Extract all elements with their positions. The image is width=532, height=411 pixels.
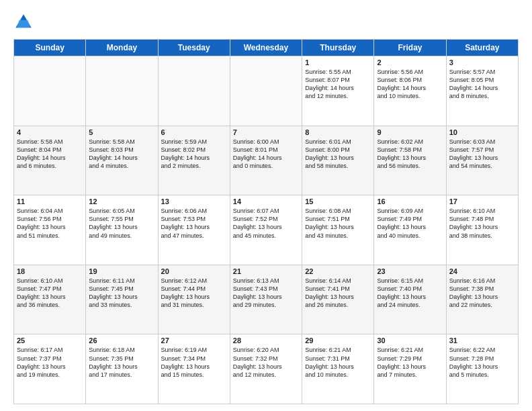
calendar-cell — [86, 56, 158, 126]
day-header-friday: Friday — [374, 40, 446, 56]
calendar-cell: 3Sunrise: 5:57 AM Sunset: 8:05 PM Daylig… — [446, 56, 518, 126]
day-number: 9 — [377, 128, 443, 136]
day-number: 5 — [89, 128, 154, 136]
day-content: Sunrise: 6:14 AM Sunset: 7:41 PM Dayligh… — [305, 277, 371, 310]
calendar-cell: 13Sunrise: 6:06 AM Sunset: 7:53 PM Dayli… — [158, 195, 230, 265]
day-content: Sunrise: 6:00 AM Sunset: 8:01 PM Dayligh… — [233, 138, 299, 171]
calendar-cell: 22Sunrise: 6:14 AM Sunset: 7:41 PM Dayli… — [302, 265, 374, 334]
day-content: Sunrise: 6:17 AM Sunset: 7:37 PM Dayligh… — [17, 346, 83, 379]
calendar-table: SundayMondayTuesdayWednesdayThursdayFrid… — [13, 39, 519, 404]
calendar-week-4: 18Sunrise: 6:10 AM Sunset: 7:47 PM Dayli… — [14, 265, 519, 334]
day-number: 10 — [449, 128, 515, 136]
day-number: 4 — [17, 128, 83, 136]
day-content: Sunrise: 6:10 AM Sunset: 7:47 PM Dayligh… — [17, 277, 83, 310]
day-content: Sunrise: 5:58 AM Sunset: 8:03 PM Dayligh… — [89, 138, 154, 171]
calendar-cell: 1Sunrise: 5:55 AM Sunset: 8:07 PM Daylig… — [302, 56, 374, 126]
day-content: Sunrise: 6:10 AM Sunset: 7:48 PM Dayligh… — [449, 207, 515, 240]
day-header-saturday: Saturday — [446, 40, 518, 56]
day-content: Sunrise: 6:05 AM Sunset: 7:55 PM Dayligh… — [89, 207, 154, 240]
page: SundayMondayTuesdayWednesdayThursdayFrid… — [0, 0, 532, 411]
day-number: 1 — [305, 58, 371, 66]
day-content: Sunrise: 5:59 AM Sunset: 8:02 PM Dayligh… — [161, 138, 227, 171]
day-number: 23 — [377, 267, 443, 275]
day-content: Sunrise: 6:03 AM Sunset: 7:57 PM Dayligh… — [449, 138, 515, 171]
calendar-cell: 25Sunrise: 6:17 AM Sunset: 7:37 PM Dayli… — [14, 334, 86, 404]
day-header-tuesday: Tuesday — [158, 40, 230, 56]
calendar-cell: 4Sunrise: 5:58 AM Sunset: 8:04 PM Daylig… — [14, 126, 86, 195]
day-content: Sunrise: 5:57 AM Sunset: 8:05 PM Dayligh… — [449, 68, 515, 101]
day-number: 15 — [305, 197, 371, 205]
day-content: Sunrise: 6:06 AM Sunset: 7:53 PM Dayligh… — [161, 207, 227, 240]
day-number: 2 — [377, 58, 443, 66]
day-number: 30 — [377, 336, 443, 345]
day-header-sunday: Sunday — [14, 40, 86, 56]
day-content: Sunrise: 6:07 AM Sunset: 7:52 PM Dayligh… — [233, 207, 299, 240]
day-header-monday: Monday — [86, 40, 158, 56]
day-content: Sunrise: 6:09 AM Sunset: 7:49 PM Dayligh… — [377, 207, 443, 240]
calendar-cell: 9Sunrise: 6:02 AM Sunset: 7:58 PM Daylig… — [374, 126, 446, 195]
calendar-cell: 15Sunrise: 6:08 AM Sunset: 7:51 PM Dayli… — [302, 195, 374, 265]
calendar-cell: 10Sunrise: 6:03 AM Sunset: 7:57 PM Dayli… — [446, 126, 518, 195]
calendar-cell: 18Sunrise: 6:10 AM Sunset: 7:47 PM Dayli… — [14, 265, 86, 334]
day-content: Sunrise: 6:01 AM Sunset: 8:00 PM Dayligh… — [305, 138, 371, 171]
day-number: 21 — [233, 267, 299, 275]
day-content: Sunrise: 6:18 AM Sunset: 7:35 PM Dayligh… — [89, 346, 154, 379]
calendar-cell: 17Sunrise: 6:10 AM Sunset: 7:48 PM Dayli… — [446, 195, 518, 265]
day-content: Sunrise: 6:11 AM Sunset: 7:45 PM Dayligh… — [89, 277, 154, 310]
day-number: 24 — [449, 267, 515, 275]
calendar-week-3: 11Sunrise: 6:04 AM Sunset: 7:56 PM Dayli… — [14, 195, 519, 265]
day-content: Sunrise: 5:58 AM Sunset: 8:04 PM Dayligh… — [17, 138, 83, 171]
calendar-cell: 30Sunrise: 6:21 AM Sunset: 7:29 PM Dayli… — [374, 334, 446, 404]
day-number: 13 — [161, 197, 227, 205]
calendar-header-row: SundayMondayTuesdayWednesdayThursdayFrid… — [14, 40, 519, 56]
calendar-week-2: 4Sunrise: 5:58 AM Sunset: 8:04 PM Daylig… — [14, 126, 519, 195]
day-number: 26 — [89, 336, 154, 345]
day-content: Sunrise: 6:21 AM Sunset: 7:31 PM Dayligh… — [305, 346, 371, 379]
day-number: 8 — [305, 128, 371, 136]
day-number: 3 — [449, 58, 515, 66]
calendar-cell: 24Sunrise: 6:16 AM Sunset: 7:38 PM Dayli… — [446, 265, 518, 334]
day-number: 17 — [449, 197, 515, 205]
calendar-cell — [158, 56, 230, 126]
calendar-cell: 14Sunrise: 6:07 AM Sunset: 7:52 PM Dayli… — [230, 195, 302, 265]
calendar-cell: 20Sunrise: 6:12 AM Sunset: 7:44 PM Dayli… — [158, 265, 230, 334]
calendar-cell: 29Sunrise: 6:21 AM Sunset: 7:31 PM Dayli… — [302, 334, 374, 404]
day-header-wednesday: Wednesday — [230, 40, 302, 56]
day-number: 27 — [161, 336, 227, 345]
logo — [13, 12, 36, 32]
day-number: 25 — [17, 336, 83, 345]
day-content: Sunrise: 6:20 AM Sunset: 7:32 PM Dayligh… — [233, 346, 299, 379]
calendar-cell: 6Sunrise: 5:59 AM Sunset: 8:02 PM Daylig… — [158, 126, 230, 195]
day-content: Sunrise: 6:21 AM Sunset: 7:29 PM Dayligh… — [377, 346, 443, 379]
day-number: 11 — [17, 197, 83, 205]
day-content: Sunrise: 6:19 AM Sunset: 7:34 PM Dayligh… — [161, 346, 227, 379]
day-number: 28 — [233, 336, 299, 345]
day-number: 22 — [305, 267, 371, 275]
calendar-cell: 21Sunrise: 6:13 AM Sunset: 7:43 PM Dayli… — [230, 265, 302, 334]
calendar-cell — [230, 56, 302, 126]
day-content: Sunrise: 5:55 AM Sunset: 8:07 PM Dayligh… — [305, 68, 371, 101]
day-content: Sunrise: 6:08 AM Sunset: 7:51 PM Dayligh… — [305, 207, 371, 240]
day-number: 20 — [161, 267, 227, 275]
calendar-cell: 27Sunrise: 6:19 AM Sunset: 7:34 PM Dayli… — [158, 334, 230, 404]
day-content: Sunrise: 6:16 AM Sunset: 7:38 PM Dayligh… — [449, 277, 515, 310]
calendar-cell: 23Sunrise: 6:15 AM Sunset: 7:40 PM Dayli… — [374, 265, 446, 334]
day-content: Sunrise: 6:15 AM Sunset: 7:40 PM Dayligh… — [377, 277, 443, 310]
day-header-thursday: Thursday — [302, 40, 374, 56]
day-number: 19 — [89, 267, 154, 275]
day-number: 12 — [89, 197, 154, 205]
calendar-cell: 12Sunrise: 6:05 AM Sunset: 7:55 PM Dayli… — [86, 195, 158, 265]
calendar-cell: 16Sunrise: 6:09 AM Sunset: 7:49 PM Dayli… — [374, 195, 446, 265]
calendar-cell: 19Sunrise: 6:11 AM Sunset: 7:45 PM Dayli… — [86, 265, 158, 334]
calendar-cell — [14, 56, 86, 126]
calendar-week-5: 25Sunrise: 6:17 AM Sunset: 7:37 PM Dayli… — [14, 334, 519, 404]
logo-icon — [13, 12, 34, 32]
calendar-week-1: 1Sunrise: 5:55 AM Sunset: 8:07 PM Daylig… — [14, 56, 519, 126]
day-number: 31 — [449, 336, 515, 345]
day-content: Sunrise: 6:13 AM Sunset: 7:43 PM Dayligh… — [233, 277, 299, 310]
day-number: 29 — [305, 336, 371, 345]
day-content: Sunrise: 6:04 AM Sunset: 7:56 PM Dayligh… — [17, 207, 83, 240]
calendar-cell: 11Sunrise: 6:04 AM Sunset: 7:56 PM Dayli… — [14, 195, 86, 265]
day-number: 18 — [17, 267, 83, 275]
header — [13, 12, 519, 32]
